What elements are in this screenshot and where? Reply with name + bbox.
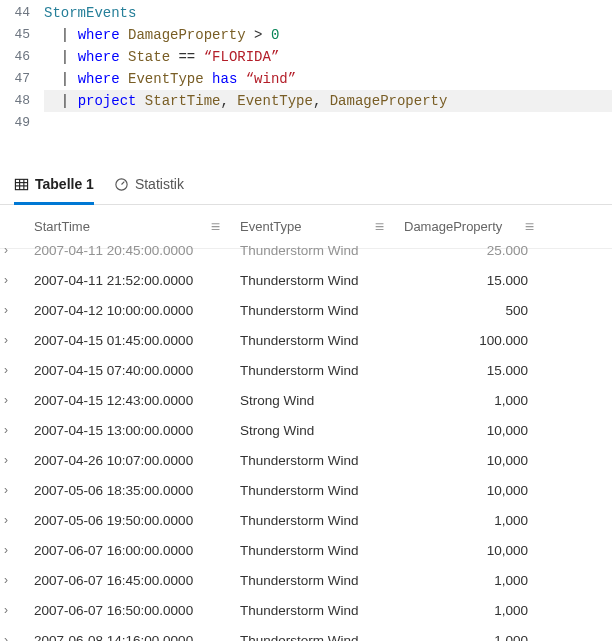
cell-eventtype: Thunderstorm Wind <box>232 453 396 468</box>
cell-damageproperty: 1,000 <box>396 603 546 618</box>
cell-damageproperty: 10,000 <box>396 453 546 468</box>
table-row[interactable]: ›2007-05-06 18:35:00.0000Thunderstorm Wi… <box>0 475 612 505</box>
code-token: | <box>61 49 69 65</box>
cell-damageproperty: 10,000 <box>396 543 546 558</box>
cell-eventtype: Thunderstorm Wind <box>232 603 396 618</box>
code-token: StartTime <box>145 93 221 109</box>
grid-body[interactable]: ›2007-04-11 20:45:00.0000Thunderstorm Wi… <box>0 235 612 641</box>
table-row[interactable]: ›2007-06-07 16:50:00.0000Thunderstorm Wi… <box>0 595 612 625</box>
column-label: DamageProperty <box>404 219 502 234</box>
tab-statistics[interactable]: Statistik <box>114 170 184 205</box>
column-menu-icon[interactable]: ≡ <box>525 222 534 232</box>
code-token: where <box>78 27 120 43</box>
expand-chevron-icon[interactable]: › <box>4 363 8 377</box>
cell-starttime: 2007-05-06 18:35:00.0000 <box>26 483 232 498</box>
expand-chevron-icon[interactable]: › <box>4 543 8 557</box>
table-row[interactable]: ›2007-06-08 14:16:00.0000Thunderstorm Wi… <box>0 625 612 641</box>
cell-starttime: 2007-04-11 20:45:00.0000 <box>26 243 232 258</box>
line-number: 45 <box>0 24 44 46</box>
cell-damageproperty: 25.000 <box>396 243 546 258</box>
tab-label: Tabelle 1 <box>35 176 94 192</box>
table-row[interactable]: ›2007-04-15 01:45:00.0000Thunderstorm Wi… <box>0 325 612 355</box>
table-row[interactable]: ›2007-04-11 21:52:00.0000Thunderstorm Wi… <box>0 265 612 295</box>
svg-line-6 <box>121 181 124 184</box>
code-token: StormEvents <box>44 5 136 21</box>
cell-damageproperty: 10,000 <box>396 423 546 438</box>
cell-starttime: 2007-06-07 16:00:00.0000 <box>26 543 232 558</box>
table-row[interactable]: ›2007-06-07 16:45:00.0000Thunderstorm Wi… <box>0 565 612 595</box>
line-number: 46 <box>0 46 44 68</box>
cell-damageproperty: 10,000 <box>396 483 546 498</box>
results-grid: StartTime ≡ EventType ≡ DamageProperty ≡… <box>0 205 612 641</box>
cell-eventtype: Strong Wind <box>232 423 396 438</box>
cell-eventtype: Strong Wind <box>232 393 396 408</box>
cell-eventtype: Thunderstorm Wind <box>232 633 396 642</box>
cell-eventtype: Thunderstorm Wind <box>232 363 396 378</box>
tab-label: Statistik <box>135 176 184 192</box>
code-token: “FLORIDA” <box>204 49 280 65</box>
expand-chevron-icon[interactable]: › <box>4 483 8 497</box>
expand-chevron-icon[interactable]: › <box>4 453 8 467</box>
code-token: EventType <box>237 93 313 109</box>
code-editor[interactable]: 44 StormEvents 45 | where DamageProperty… <box>0 0 612 142</box>
column-header-starttime[interactable]: StartTime ≡ <box>26 219 232 234</box>
code-token: > <box>254 27 262 43</box>
cell-starttime: 2007-06-07 16:45:00.0000 <box>26 573 232 588</box>
cell-damageproperty: 1,000 <box>396 513 546 528</box>
expand-chevron-icon[interactable]: › <box>4 513 8 527</box>
tab-table[interactable]: Tabelle 1 <box>14 170 94 205</box>
expand-chevron-icon[interactable]: › <box>4 243 8 257</box>
table-row[interactable]: ›2007-04-15 12:43:00.0000Strong Wind1,00… <box>0 385 612 415</box>
code-token: == <box>178 49 195 65</box>
cell-eventtype: Thunderstorm Wind <box>232 483 396 498</box>
column-menu-icon[interactable]: ≡ <box>375 222 384 232</box>
cell-damageproperty: 1,000 <box>396 573 546 588</box>
expand-chevron-icon[interactable]: › <box>4 633 8 641</box>
expand-chevron-icon[interactable]: › <box>4 423 8 437</box>
code-token: 0 <box>271 27 279 43</box>
line-number: 44 <box>0 2 44 24</box>
cell-starttime: 2007-05-06 19:50:00.0000 <box>26 513 232 528</box>
cell-damageproperty: 1,000 <box>396 393 546 408</box>
expand-chevron-icon[interactable]: › <box>4 303 8 317</box>
code-token: State <box>128 49 170 65</box>
column-header-damageproperty[interactable]: DamageProperty ≡ <box>396 219 546 234</box>
table-row[interactable]: ›2007-04-12 10:00:00.0000Thunderstorm Wi… <box>0 295 612 325</box>
code-token: project <box>78 93 137 109</box>
cell-starttime: 2007-06-07 16:50:00.0000 <box>26 603 232 618</box>
gauge-icon <box>114 177 129 192</box>
cell-starttime: 2007-04-15 01:45:00.0000 <box>26 333 232 348</box>
cell-starttime: 2007-04-12 10:00:00.0000 <box>26 303 232 318</box>
code-token: “wind” <box>246 71 296 87</box>
code-token: DamageProperty <box>330 93 448 109</box>
cell-damageproperty: 15.000 <box>396 273 546 288</box>
line-number: 47 <box>0 68 44 90</box>
table-row[interactable]: ›2007-04-15 07:40:00.0000Thunderstorm Wi… <box>0 355 612 385</box>
cell-eventtype: Thunderstorm Wind <box>232 513 396 528</box>
table-row[interactable]: ›2007-04-11 20:45:00.0000Thunderstorm Wi… <box>0 235 612 265</box>
table-row[interactable]: ›2007-06-07 16:00:00.0000Thunderstorm Wi… <box>0 535 612 565</box>
code-token: , <box>220 93 228 109</box>
cell-eventtype: Thunderstorm Wind <box>232 543 396 558</box>
cell-eventtype: Thunderstorm Wind <box>232 273 396 288</box>
column-label: StartTime <box>34 219 90 234</box>
expand-chevron-icon[interactable]: › <box>4 333 8 347</box>
cell-starttime: 2007-04-15 13:00:00.0000 <box>26 423 232 438</box>
table-icon <box>14 177 29 192</box>
column-header-eventtype[interactable]: EventType ≡ <box>232 219 396 234</box>
cell-eventtype: Thunderstorm Wind <box>232 243 396 258</box>
table-row[interactable]: ›2007-04-15 13:00:00.0000Strong Wind10,0… <box>0 415 612 445</box>
column-menu-icon[interactable]: ≡ <box>211 222 220 232</box>
table-row[interactable]: ›2007-04-26 10:07:00.0000Thunderstorm Wi… <box>0 445 612 475</box>
table-row[interactable]: ›2007-05-06 19:50:00.0000Thunderstorm Wi… <box>0 505 612 535</box>
code-token: | <box>61 71 69 87</box>
expand-chevron-icon[interactable]: › <box>4 573 8 587</box>
cell-eventtype: Thunderstorm Wind <box>232 333 396 348</box>
cell-eventtype: Thunderstorm Wind <box>232 573 396 588</box>
cell-starttime: 2007-04-15 12:43:00.0000 <box>26 393 232 408</box>
expand-chevron-icon[interactable]: › <box>4 603 8 617</box>
expand-chevron-icon[interactable]: › <box>4 273 8 287</box>
expand-chevron-icon[interactable]: › <box>4 393 8 407</box>
svg-rect-0 <box>15 179 27 189</box>
cell-damageproperty: 1,000 <box>396 633 546 642</box>
